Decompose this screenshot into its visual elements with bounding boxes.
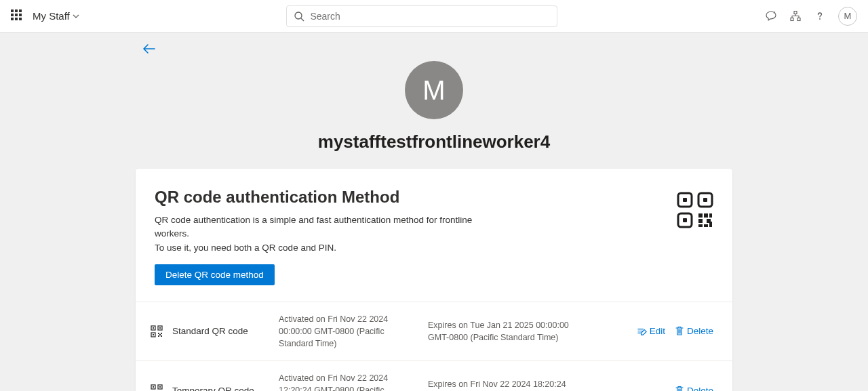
app-name-label: My Staff	[33, 10, 70, 22]
trash-icon	[675, 386, 684, 391]
expires-text: Expires on Fri Nov 22 2024 18:20:24 GMT-…	[428, 378, 577, 391]
back-arrow-icon	[142, 43, 156, 54]
svg-rect-18	[704, 224, 708, 227]
svg-rect-35	[159, 386, 161, 388]
qr-code-icon	[146, 384, 167, 391]
profile-avatar: M	[405, 61, 463, 119]
svg-rect-24	[159, 327, 161, 329]
row-label: Temporary QR code	[167, 386, 279, 391]
svg-rect-3	[791, 18, 793, 20]
svg-rect-9	[703, 198, 707, 202]
svg-point-5	[819, 18, 821, 20]
svg-rect-11	[683, 218, 687, 222]
svg-rect-34	[153, 386, 154, 388]
search-input[interactable]	[310, 11, 550, 22]
svg-rect-23	[153, 327, 154, 329]
search-icon	[294, 11, 304, 22]
help-icon[interactable]	[814, 10, 826, 22]
svg-rect-19	[709, 222, 712, 227]
svg-rect-25	[153, 334, 154, 335]
qr-auth-card: QR code authentication Method QR code au…	[136, 169, 732, 391]
delete-button[interactable]: Delete	[675, 386, 713, 391]
svg-rect-12	[698, 213, 703, 218]
svg-rect-4	[797, 18, 800, 20]
svg-rect-13	[704, 213, 708, 218]
temporary-qr-row: Temporary QR code Activated on Fri Nov 2…	[136, 361, 732, 391]
card-title: QR code authentication Method	[155, 188, 494, 207]
svg-rect-27	[161, 333, 162, 334]
chevron-down-icon	[73, 13, 79, 20]
search-container	[79, 5, 765, 27]
qr-code-illustration	[677, 188, 713, 228]
svg-point-0	[295, 12, 302, 19]
svg-rect-7	[683, 198, 687, 202]
activated-text: Activated on Fri Nov 22 2024 00:00:00 GM…	[279, 313, 428, 350]
app-header: My Staff M	[0, 0, 868, 33]
standard-qr-row: Standard QR code Activated on Fri Nov 22…	[136, 302, 732, 361]
feedback-icon[interactable]	[765, 10, 777, 22]
svg-rect-15	[698, 219, 703, 223]
card-description: QR code authentication is a simple and f…	[155, 213, 494, 255]
qr-code-icon	[146, 325, 167, 337]
back-button[interactable]	[142, 43, 868, 54]
header-actions: M	[765, 7, 857, 26]
app-name-dropdown[interactable]: My Staff	[33, 10, 79, 22]
expires-text: Expires on Tue Jan 21 2025 00:00:00 GMT-…	[428, 319, 577, 344]
profile-username: mystafftestfrontlineworker4	[0, 131, 868, 152]
svg-line-1	[301, 18, 304, 21]
delete-qr-method-button[interactable]: Delete QR code method	[155, 264, 275, 285]
edit-button[interactable]: Edit	[637, 326, 665, 336]
edit-icon	[637, 326, 647, 336]
svg-rect-28	[158, 335, 159, 337]
app-launcher-icon[interactable]	[11, 9, 24, 23]
row-label: Standard QR code	[167, 326, 279, 336]
delete-button[interactable]: Delete	[675, 326, 713, 336]
svg-rect-17	[698, 224, 703, 227]
svg-rect-29	[159, 334, 161, 335]
svg-rect-2	[794, 11, 797, 14]
profile-section: M mystafftestfrontlineworker4	[0, 61, 868, 152]
org-icon[interactable]	[789, 10, 802, 22]
svg-rect-30	[161, 335, 162, 337]
search-box[interactable]	[286, 5, 557, 27]
svg-rect-14	[709, 213, 712, 218]
activated-text: Activated on Fri Nov 22 2024 12:20:24 GM…	[279, 372, 428, 391]
trash-icon	[675, 326, 684, 336]
user-avatar[interactable]: M	[838, 7, 857, 26]
svg-rect-26	[158, 333, 159, 334]
